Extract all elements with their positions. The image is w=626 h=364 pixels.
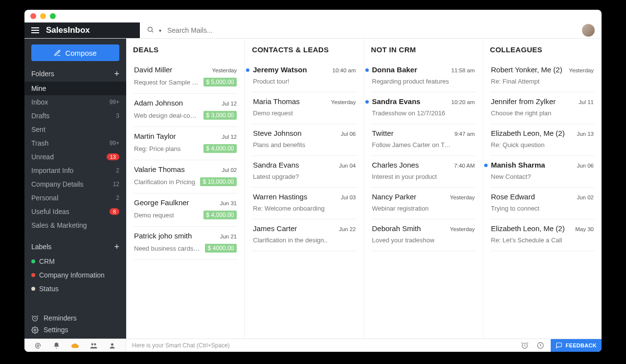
mail-sender: Deborah Smith <box>372 224 421 233</box>
add-folder-icon[interactable]: + <box>114 70 119 77</box>
folder-count: 3 <box>116 112 119 119</box>
unread-dot-icon <box>246 68 249 72</box>
minimize-window-icon[interactable] <box>40 13 46 19</box>
compose-button[interactable]: Compose <box>31 44 119 61</box>
mail-item[interactable]: Maria ThomasYesterdayDemo request <box>252 92 357 124</box>
mail-item[interactable]: James CarterJun 22Clarification in the d… <box>252 219 357 251</box>
mail-subject: Request for Sample logo... <box>134 79 200 86</box>
mail-subject: Demo request <box>253 109 293 117</box>
mail-item[interactable]: Charles Jones7:40 AMInterest in your pro… <box>371 156 476 188</box>
sidebar-folder-useful-ideas[interactable]: Useful Ideas8 <box>24 205 126 218</box>
column-title: COLLEAGUES <box>490 45 595 54</box>
sidebar-folder-company-details[interactable]: Company Details12 <box>24 177 126 191</box>
mail-sender: Rose Edward <box>491 193 535 201</box>
mail-time: Jun 02 <box>577 194 594 200</box>
deal-amount-badge: $ 4000.00 <box>205 244 237 253</box>
settings-label: Settings <box>44 326 68 334</box>
mail-item[interactable]: Martin TaylorJul 12Reg: Price plans$ 4,0… <box>133 127 238 160</box>
mail-item[interactable]: Jennifer from ZylkerJul 11Choose the rig… <box>490 92 595 124</box>
mail-item[interactable]: Rose EdwardJun 02Trying to connect <box>490 188 595 219</box>
mail-item[interactable]: Adam JohnsonJul 12Web design deal-confir… <box>133 94 238 127</box>
mail-subject: Reg: Price plans <box>134 145 180 152</box>
user-avatar[interactable] <box>582 24 595 37</box>
person-icon[interactable] <box>107 340 118 351</box>
column-colleagues: COLLEAGUESRobert Yonker, Me (2)Yesterday… <box>483 39 602 339</box>
cloud-icon[interactable] <box>69 340 80 351</box>
sidebar-folder-drafts[interactable]: Drafts3 <box>24 109 126 123</box>
sidebar-folder-mine[interactable]: Mine <box>24 82 126 95</box>
deal-amount-badge: $ 5,000.00 <box>203 78 237 86</box>
sidebar-folder-inbox[interactable]: Inbox99+ <box>24 95 126 109</box>
search-icon[interactable] <box>147 26 154 35</box>
mail-subject: Latest upgrade? <box>253 173 299 180</box>
sidebar-folder-sales-marketing[interactable]: Sales & Marketing <box>24 218 126 232</box>
mail-time: Jun 22 <box>339 226 356 232</box>
search-input[interactable] <box>166 26 315 35</box>
search-dropdown-icon[interactable]: ▾ <box>159 28 161 33</box>
mail-time: Yesterday <box>331 99 356 105</box>
reminders-link[interactable]: Reminders <box>31 314 119 322</box>
sidebar-label-company-information[interactable]: Company Information <box>24 268 126 282</box>
sidebar-label-crm[interactable]: CRM <box>24 255 126 268</box>
column-contacts-leads: CONTACTS & LEADSJeremy Watson10:40 amPro… <box>245 39 364 339</box>
people-icon[interactable] <box>89 340 99 351</box>
mail-time: Jun 31 <box>220 200 237 206</box>
maximize-window-icon[interactable] <box>50 13 56 19</box>
add-label-icon[interactable]: + <box>114 243 119 250</box>
mail-item[interactable]: David MillerYesterdayRequest for Sample … <box>133 61 238 94</box>
close-window-icon[interactable] <box>30 13 36 19</box>
mail-subject: Demo request <box>134 212 174 219</box>
clock-icon[interactable] <box>519 340 530 351</box>
svg-point-7 <box>111 343 113 345</box>
mail-item[interactable]: Sandra EvansJun 04Latest upgrade? <box>252 156 357 188</box>
bell-icon[interactable] <box>51 340 62 351</box>
deal-amount-badge: $ 3,000.00 <box>203 111 237 120</box>
mail-item[interactable]: Donna Baker11:58 amRegarding product fea… <box>371 61 476 92</box>
mail-item[interactable]: George FaulknerJun 31Demo request$ 4,000… <box>133 193 238 227</box>
sidebar-folder-sent[interactable]: Sent <box>24 123 126 136</box>
mail-item[interactable]: Steve JohnsonJul 06Plans and benefits <box>252 124 357 156</box>
footer-quick-icons <box>24 339 126 352</box>
mail-time: Jun 13 <box>577 131 594 137</box>
column-title: NOT IN CRM <box>371 45 476 54</box>
mail-item[interactable]: Elizabeth Leon, Me (2)May 30Re: Let's Sc… <box>490 219 595 251</box>
mail-item[interactable]: Elizabeth Leon, Me (2)Jun 13Re: Quick qu… <box>490 124 595 156</box>
smart-chat-input[interactable]: Here is your Smart Chat (Ctrl+Space) <box>126 342 519 349</box>
sidebar-label-status[interactable]: Status <box>24 282 126 296</box>
mail-subject: Plans and benefits <box>253 141 305 149</box>
mail-item[interactable]: Manish SharmaJun 06New Contact? <box>490 156 595 188</box>
sidebar-folder-trash[interactable]: Trash99+ <box>24 136 126 150</box>
attachment-icon[interactable] <box>32 340 43 351</box>
folder-label: Important Info <box>31 167 73 174</box>
mail-time: Yesterday <box>569 67 594 73</box>
svg-line-1 <box>152 31 153 32</box>
mail-subject: Re: Quick question <box>491 141 545 149</box>
mail-sender: Patrick joho smith <box>134 232 192 240</box>
mail-sender: Charles Jones <box>372 161 419 169</box>
sidebar-folder-personal[interactable]: Personal2 <box>24 191 126 205</box>
mail-time: Jun 04 <box>339 163 356 169</box>
mail-item[interactable]: Jeremy Watson10:40 amProduct tour! <box>252 61 357 92</box>
menu-icon[interactable] <box>31 27 39 33</box>
mail-time: Jul 12 <box>222 134 237 140</box>
mail-time: Yesterday <box>450 194 475 200</box>
sidebar-folder-important-info[interactable]: Important Info2 <box>24 164 126 177</box>
mail-item[interactable]: Sandra Evans10:20 amTradesshow on 12/7/2… <box>371 92 476 124</box>
mail-time: 9:47 am <box>454 131 475 137</box>
feedback-button[interactable]: FEEDBACK <box>551 339 602 352</box>
mail-item[interactable]: Nancy ParkerYesterdayWebinar registratio… <box>371 188 476 219</box>
mail-item[interactable]: Warren HastingsJul 03Re: Welcome onboard… <box>252 188 357 219</box>
mail-item[interactable]: Twitter9:47 amFollow James Carter on Twi… <box>371 124 476 156</box>
mail-sender: Elizabeth Leon, Me (2) <box>491 129 565 137</box>
folders-title: Folders <box>31 70 54 78</box>
history-icon[interactable] <box>535 340 546 351</box>
mail-item[interactable]: Patrick joho smithJun 21Need business ca… <box>133 227 238 260</box>
mail-item[interactable]: Deborah SmithYesterdayLoved your tradesh… <box>371 219 476 251</box>
mail-item[interactable]: Robert Yonker, Me (2)YesterdayRe: Final … <box>490 61 595 92</box>
label-color-dot-icon <box>31 287 35 291</box>
sidebar-folder-unread[interactable]: Unread13 <box>24 150 126 164</box>
mail-item[interactable]: Valarie ThomasJul 02Clarification in Pri… <box>133 160 238 193</box>
mail-sender: Valarie Thomas <box>134 165 185 173</box>
settings-link[interactable]: Settings <box>31 326 119 334</box>
mail-time: Yesterday <box>450 226 475 232</box>
